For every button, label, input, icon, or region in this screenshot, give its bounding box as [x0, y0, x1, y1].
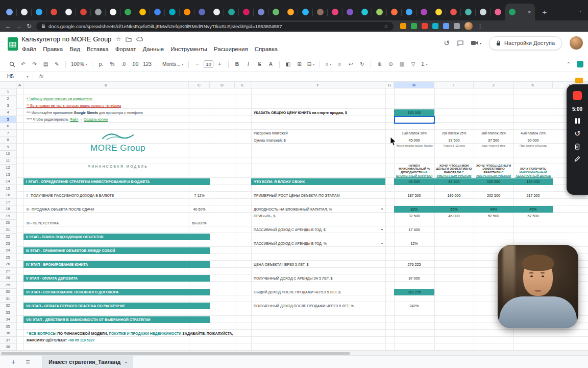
cell-b32[interactable]: VII ЭТАП - ОПЛАТА ПЕРВОГО ПЛАТЕЖА ПО РАС…	[23, 303, 210, 310]
cell-b30[interactable]: VI ЭТАП - СОГЛАСОВАНИЕ ОСНОВНОГО ДОГОВОР…	[23, 289, 210, 296]
zoom-select[interactable]: 100%▾	[69, 59, 88, 70]
row-header-28[interactable]: 28	[0, 275, 16, 282]
browser-tab[interactable]	[387, 4, 402, 20]
bookmark-star-icon[interactable]: ☆	[384, 24, 388, 29]
row-header-7[interactable]: 7	[0, 130, 16, 137]
fill-color-button[interactable]: ◧	[283, 59, 293, 70]
font-size-input[interactable]: 10	[204, 60, 213, 68]
row-header-3[interactable]: 3	[0, 102, 16, 109]
browser-tab[interactable]	[342, 4, 357, 20]
add-sheet-button[interactable]: +	[11, 358, 15, 365]
browser-tab[interactable]	[165, 4, 180, 20]
browser-tab[interactable]	[491, 4, 505, 20]
cell-b3[interactable]: ** Есть правая ее часть, которая видна т…	[23, 102, 189, 109]
delete-recording-button[interactable]	[574, 143, 580, 150]
cell-b26[interactable]: IV ЭТАП - БРОНИРОВАНИЕ ЮНИТА	[23, 261, 210, 268]
browser-tab[interactable]	[268, 4, 283, 20]
row-header-11[interactable]: 11	[0, 157, 16, 165]
row-header-13[interactable]: 13	[0, 171, 16, 178]
text-color-button[interactable]: A	[266, 59, 276, 70]
cell-b36[interactable]: * ВСЕ ВОПРОСЫ ПО ФИНАНСОВОЙ МОДЕЛИ, ПОКУ…	[23, 330, 189, 337]
cell-j16[interactable]: 202 500	[474, 192, 513, 199]
cell-j19[interactable]: 52 500	[474, 213, 513, 220]
column-header-b[interactable]: B	[23, 82, 189, 88]
row-header-30[interactable]: 30	[0, 289, 16, 296]
cell-h30[interactable]: 363 225	[394, 289, 434, 296]
browser-tab[interactable]	[461, 4, 476, 20]
row-header-21[interactable]: 21	[0, 226, 16, 234]
row-header-37[interactable]: 37	[0, 337, 16, 344]
strikethrough-button[interactable]: S	[255, 59, 264, 70]
browser-tab[interactable]	[283, 4, 298, 20]
cell-k11[interactable]: ХОЧУ ПОЛУЧИТЬ МАКСИМАЛЬНЫЙ АБСОЛЮТНЫЙ ДО…	[513, 157, 553, 178]
cell-f21[interactable]: ПАССИВНЫЙ ДОХОД С АРЕНДЫ В ГОД, $▼	[251, 226, 385, 234]
cell-f16[interactable]: ПРИМЕРНЫЙ РОСТ ЦЕНЫ ОБЪЕКТА ПО ЭТАПАМ	[251, 192, 385, 199]
dropdown-arrow-icon[interactable]: ▼	[381, 226, 383, 234]
row-header-6[interactable]: 6	[0, 123, 16, 130]
column-header-j[interactable]: J	[474, 82, 513, 88]
forward-button[interactable]: →	[16, 23, 22, 29]
merge-cells-button[interactable]: ⊟▾	[306, 59, 316, 70]
cell-b37[interactable]: МАКСИМУ ЩЁГОЛЕВУ: +66 65 119 5327	[23, 337, 189, 344]
menu-item-1[interactable]: Файл	[22, 46, 36, 52]
bold-button[interactable]: B	[232, 59, 242, 70]
share-button[interactable]: Настройки Доступа	[489, 36, 562, 50]
browser-tab[interactable]	[357, 4, 372, 20]
redo-button[interactable]: ↷	[30, 59, 39, 70]
menu-item-3[interactable]: Вид	[69, 46, 80, 52]
cell-f7[interactable]: Рассрочка платежей	[251, 130, 385, 137]
browser-menu-icon[interactable]: ⋮	[477, 23, 483, 30]
cell-f28[interactable]: ПОЛУЧЕННЫЙ ДОХОД С АРЕНДЫ ЗА 5 ЛЕТ, $	[251, 275, 385, 282]
cell-b22[interactable]: II ЭТАП - ПОИСК ПОДХОДЯЩИХ ОБЪЕКТОВ	[23, 234, 210, 241]
pause-recording-button[interactable]	[575, 118, 580, 124]
cell-f18[interactable]: ДОХОДНОСТЬ НА ВЛОЖЕННЫЙ КАПИТАЛ, %▼	[251, 206, 385, 213]
cell-f4[interactable]: УКАЗАТЬ ОБЩУЮ ЦЕНУ ЮНИТА на старте прода…	[251, 109, 385, 117]
row-header-23[interactable]: 23	[0, 240, 16, 247]
browser-tab[interactable]	[209, 4, 224, 20]
dropdown-arrow-icon[interactable]: ▼	[381, 206, 383, 213]
cell-j11[interactable]: ХОЧУ, ЧТОБЫ ДЕНЬГИ ЭФФЕКТИВНО РАБОТАЛИ С…	[474, 157, 513, 178]
extension-icon[interactable]	[454, 23, 460, 29]
menu-item-5[interactable]: Формат	[115, 46, 136, 52]
stop-recording-button[interactable]	[573, 91, 582, 100]
browser-tab[interactable]	[2, 4, 17, 20]
browser-tab[interactable]	[476, 4, 491, 20]
column-header-d[interactable]: D	[210, 82, 235, 88]
cell-j18[interactable]: 44%	[474, 206, 513, 213]
cell-b5[interactable]: **** Чтобы редактировать: Файл → Создать…	[23, 116, 189, 123]
row-header-2[interactable]: 2	[0, 96, 16, 103]
cell-h4[interactable]: 150 000	[394, 109, 434, 117]
row-header-25[interactable]: 25	[0, 254, 16, 261]
column-header-e[interactable]: E	[235, 82, 251, 88]
browser-tab[interactable]	[416, 4, 431, 20]
currency-format-button[interactable]: р.	[96, 59, 106, 70]
horizontal-scrollbar[interactable]	[0, 351, 588, 355]
browser-tab[interactable]	[46, 4, 61, 20]
tab-close-icon[interactable]: ✕	[527, 10, 531, 15]
star-icon[interactable]: ☆	[116, 36, 121, 42]
cell-i9[interactable]: Через 6-12 мес	[434, 144, 474, 151]
back-button[interactable]: ←	[5, 23, 11, 29]
cell-k8[interactable]: 30 000	[513, 137, 553, 144]
browser-tab[interactable]	[313, 4, 328, 20]
borders-button[interactable]: ⊞	[295, 59, 304, 70]
cell-b24[interactable]: III ЭТАП - СРАВНЕНИЕ ОБЪЕКТОВ МЕЖДУ СОБО…	[23, 247, 210, 255]
cell-h23[interactable]: 12%	[394, 240, 434, 247]
cell-j14[interactable]: 120 000	[474, 178, 513, 186]
browser-tab[interactable]	[298, 4, 313, 20]
cell-k16[interactable]: 217 500	[513, 192, 553, 199]
meet-camera-button[interactable]: ▾	[471, 40, 481, 45]
cell-b16[interactable]: I - ПОЛУЧЕНИЕ ПАССИВНОГО ДОХОДА В ВАЛЮТЕ	[23, 192, 189, 199]
browser-tab[interactable]	[402, 4, 416, 20]
row-header-17[interactable]: 17	[0, 199, 16, 206]
restart-recording-button[interactable]: ↺	[574, 130, 580, 137]
browser-tab[interactable]	[32, 4, 46, 20]
cell-b20[interactable]: III - ПЕРЕУСТУПКА	[23, 220, 189, 227]
extension-icon[interactable]	[422, 23, 428, 29]
cell-h8[interactable]: 45 000	[394, 137, 434, 144]
cell-h26[interactable]: 276 225	[394, 261, 434, 268]
row-header-14[interactable]: 14	[0, 178, 16, 186]
sheet-tab-active[interactable]: Инвест стратегия_Таиланд ▾	[42, 356, 133, 368]
browser-tab-active[interactable]: ✕	[505, 4, 535, 20]
row-header-27[interactable]: 27	[0, 268, 16, 275]
